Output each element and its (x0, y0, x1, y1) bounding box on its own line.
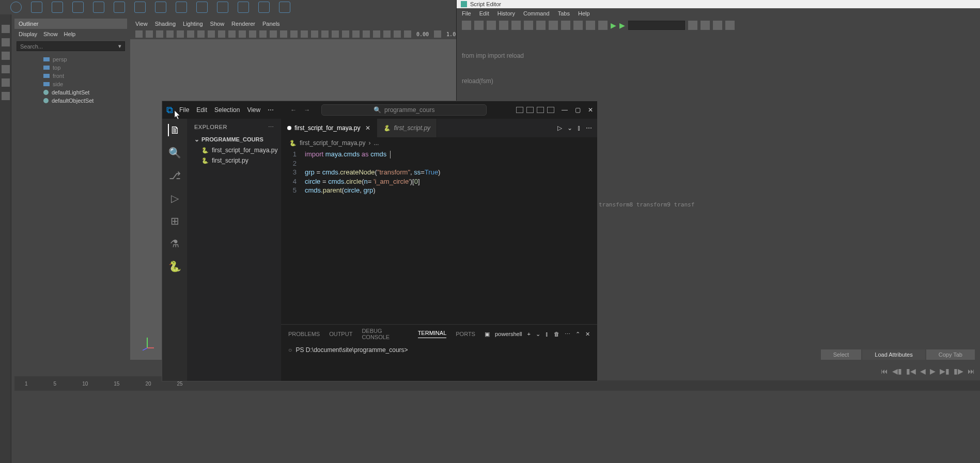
viewport-tool-icon[interactable] (249, 30, 256, 38)
split-terminal-icon[interactable]: ⫿ (546, 331, 549, 337)
se-tool-icon[interactable] (536, 21, 546, 30)
menu-edit[interactable]: Edit (196, 106, 207, 114)
se-search-icon[interactable] (688, 21, 697, 30)
step-forward-icon[interactable]: ▮▶ (954, 367, 963, 375)
menu-more-icon[interactable]: ⋯ (268, 106, 274, 114)
chevron-down-icon[interactable]: ⌄ (536, 331, 540, 338)
viewport-tool-icon[interactable] (394, 30, 401, 38)
panel-tab-debug[interactable]: DEBUG CONSOLE (362, 328, 408, 340)
scale-tool-icon[interactable] (2, 92, 10, 100)
se-tool-icon[interactable] (573, 21, 583, 30)
se-execute-icon[interactable]: ▶ (611, 21, 616, 29)
viewport-tool-icon[interactable] (301, 30, 308, 38)
testing-icon[interactable]: ⚗ (168, 237, 181, 250)
tool-icon[interactable] (31, 2, 42, 13)
viewport-tool-icon[interactable] (280, 30, 287, 38)
panel-tab-problems[interactable]: PROBLEMS (288, 331, 320, 337)
viewport-menu-lighting[interactable]: Lighting (183, 21, 203, 27)
viewport-tool-icon[interactable] (332, 30, 339, 38)
se-search-icon[interactable] (701, 21, 710, 30)
extensions-icon[interactable]: ⊞ (168, 215, 181, 227)
layout-icon[interactable] (516, 107, 523, 113)
viewport-tool-icon[interactable] (259, 30, 267, 38)
outliner-item-top[interactable]: top (14, 63, 127, 72)
close-panel-icon[interactable]: ✕ (585, 331, 590, 338)
maximize-button[interactable]: ▢ (575, 106, 581, 114)
paint-tool-icon[interactable] (2, 52, 10, 60)
se-menu-help[interactable]: Help (578, 10, 590, 17)
outliner-item-front[interactable]: front (14, 72, 127, 80)
tool-icon[interactable] (52, 2, 63, 13)
lasso-tool-icon[interactable] (2, 38, 10, 46)
viewport-tool-icon[interactable] (135, 30, 143, 38)
run-icon[interactable]: ▷ (557, 124, 562, 132)
outliner-item-lightset[interactable]: defaultLightSet (14, 88, 127, 97)
prev-key-icon[interactable]: ▮◀ (906, 367, 916, 375)
viewport-menu-show[interactable]: Show (210, 21, 225, 27)
viewport-tool-icon[interactable] (208, 30, 215, 38)
terminal-shell-label[interactable]: powershell (495, 331, 522, 337)
outliner-menu-help[interactable]: Help (64, 31, 76, 37)
layout-icon[interactable] (537, 107, 544, 113)
more-icon[interactable]: ⋯ (565, 331, 570, 338)
viewport-menu-view[interactable]: View (135, 21, 148, 27)
se-menu-edit[interactable]: Edit (479, 10, 489, 17)
code-lines[interactable]: import maya.cmds as cmds grp = cmds.crea… (305, 150, 597, 324)
se-menu-file[interactable]: File (462, 10, 471, 17)
copy-tab-button[interactable]: Copy Tab (926, 349, 975, 360)
step-back-icon[interactable]: ◀▮ (892, 367, 902, 375)
trash-icon[interactable]: 🗑 (554, 331, 559, 337)
terminal[interactable]: ○ PS D:\document\site\programme_cours> (281, 343, 597, 357)
outliner-menu-display[interactable]: Display (19, 31, 37, 37)
viewport-tool-icon[interactable] (187, 30, 194, 38)
next-key-icon[interactable]: ▶▮ (940, 367, 950, 375)
viewport-tool-icon[interactable] (197, 30, 205, 38)
file-item[interactable]: 🐍first_script.py (187, 155, 281, 166)
source-control-icon[interactable]: ⎇ (168, 169, 181, 182)
outliner-item-persp[interactable]: persp (14, 55, 127, 63)
viewport-menu-renderer[interactable]: Renderer (231, 21, 255, 27)
se-execute-all-icon[interactable]: ▶ (619, 21, 625, 29)
tool-icon[interactable] (93, 2, 104, 13)
nav-forward-icon[interactable]: → (304, 106, 310, 114)
split-editor-icon[interactable]: ⫿ (578, 124, 581, 132)
close-button[interactable]: ✕ (588, 106, 593, 114)
panel-tab-terminal[interactable]: TERMINAL (418, 330, 447, 338)
layout-icon[interactable] (526, 107, 534, 113)
outliner-item-side[interactable]: side (14, 80, 127, 88)
outliner-search-input[interactable]: Search... (17, 41, 125, 51)
viewport-tool-icon[interactable] (434, 30, 441, 38)
viewport-tool-icon[interactable] (404, 30, 411, 38)
search-icon[interactable]: 🔍 (168, 147, 181, 159)
menu-selection[interactable]: Selection (214, 106, 240, 114)
more-icon[interactable]: ⋯ (586, 124, 592, 132)
viewport-menu-shading[interactable]: Shading (155, 21, 176, 27)
explorer-more-icon[interactable]: ⋯ (268, 124, 274, 131)
se-tool-icon[interactable] (511, 21, 521, 30)
se-save-icon[interactable] (487, 21, 496, 30)
viewport-menu-panels[interactable]: Panels (262, 21, 280, 27)
viewport-tool-icon[interactable] (177, 30, 184, 38)
viewport-tool-icon[interactable] (239, 30, 246, 38)
move-tool-icon[interactable] (2, 65, 10, 73)
minimize-button[interactable]: — (562, 106, 568, 114)
select-tool-icon[interactable] (2, 25, 10, 33)
viewport-tool-icon[interactable] (352, 30, 360, 38)
se-menu-command[interactable]: Command (523, 10, 550, 17)
viewport-tool-icon[interactable] (228, 30, 236, 38)
script-editor-titlebar[interactable]: Script Editor (457, 0, 980, 8)
outliner-menu-show[interactable]: Show (43, 31, 58, 37)
se-search-input[interactable] (628, 21, 685, 30)
viewport-tool-icon[interactable] (290, 30, 298, 38)
tool-icon[interactable] (134, 2, 146, 13)
viewport-tool-icon[interactable] (342, 30, 349, 38)
tab-inactive[interactable]: 🐍 first_script.py (377, 119, 437, 137)
nav-back-icon[interactable]: ← (290, 106, 297, 114)
se-tool-icon[interactable] (598, 21, 608, 30)
tool-icon[interactable] (238, 2, 249, 13)
tool-icon[interactable] (72, 2, 84, 13)
explorer-icon[interactable]: 🗎 (168, 124, 180, 136)
terminal-shell-icon[interactable]: ▣ (485, 331, 490, 338)
tool-icon[interactable] (155, 2, 166, 13)
new-terminal-icon[interactable]: + (527, 331, 531, 337)
